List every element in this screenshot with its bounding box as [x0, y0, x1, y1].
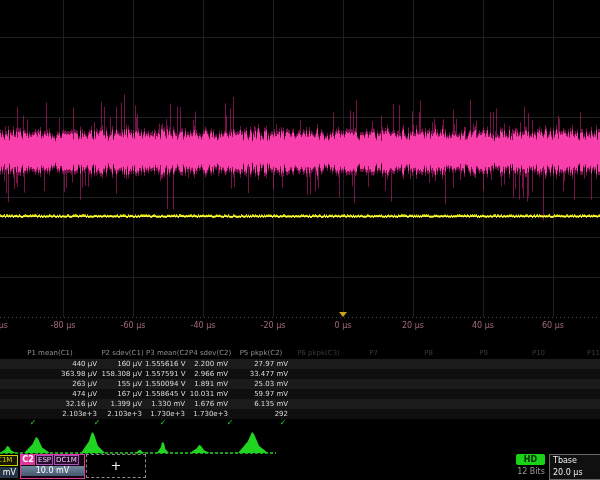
histogram-peak — [0, 446, 16, 453]
histogram-peak — [134, 450, 146, 453]
measure-value-cell — [566, 399, 600, 409]
c1-coupling-tag: DC1M — [0, 455, 18, 466]
measure-value-cell — [401, 379, 456, 389]
measure-table: P1 mean(C1)P2 sdev(C1)P3 mean(C2)P4 sdev… — [0, 346, 600, 419]
measure-value-cell: 32.16 µV — [0, 399, 100, 409]
measure-value-cell: 1.399 µV — [100, 399, 145, 409]
time-axis-label: 20 µs — [402, 321, 424, 330]
histogram-peak — [190, 445, 210, 453]
timebase-descriptor[interactable]: Tbase 20.0 µs — [549, 454, 600, 480]
histogram-peak — [157, 442, 169, 453]
measure-value-cell — [346, 359, 401, 369]
c2-esp-tag: ESP — [36, 455, 53, 465]
measure-value-cell: 158.308 µV — [100, 369, 145, 379]
measure-col-header-unused[interactable]: P7 — [346, 346, 401, 359]
c2-coupling-tag: DC1M — [54, 455, 79, 465]
measure-value-cell — [401, 389, 456, 399]
measure-col-header-unused[interactable]: P10 — [511, 346, 566, 359]
measure-value-cell — [511, 359, 566, 369]
measure-value-cell: 155 µV — [100, 379, 145, 389]
measure-value-cell — [291, 369, 346, 379]
measure-col-header[interactable]: P2 sdev(C1) — [100, 346, 145, 359]
measure-value-cell — [346, 389, 401, 399]
measure-status-ok-icon: ✓ — [227, 418, 234, 427]
oscilloscope-screen: { "top_badge": { "text": "", "color": "#… — [0, 0, 600, 480]
time-axis-label: -60 µs — [121, 321, 146, 330]
measure-value-cell — [511, 379, 566, 389]
measure-table-row: 263 µV155 µV1.550094 V1.891 mV25.03 mV — [0, 379, 600, 389]
timebase-value: 20.0 µs — [550, 467, 600, 478]
timebase-label: Tbase — [550, 455, 600, 467]
c2-scale-value: 10.0 mV — [21, 466, 84, 476]
measure-value-cell — [456, 369, 511, 379]
channel-c2-descriptor[interactable]: C2 ESP DC1M 10.0 mV — [20, 454, 85, 479]
channel-c1-descriptor[interactable]: DC1M 10.0 mV — [0, 455, 18, 479]
measure-value-cell: 25.03 mV — [231, 379, 291, 389]
add-trace-button[interactable]: + — [86, 454, 146, 478]
measure-status-ok-icon: ✓ — [30, 418, 37, 427]
measure-value-cell — [291, 359, 346, 369]
measure-status-ok-icon: ✓ — [94, 418, 101, 427]
time-axis-label: 40 µs — [472, 321, 494, 330]
measure-value-cell — [456, 359, 511, 369]
measure-col-header[interactable]: P5 pkpk(C2) — [231, 346, 291, 359]
measure-value-cell — [566, 389, 600, 399]
measure-value-cell: 10.031 mV — [188, 389, 231, 399]
measure-value-cell: 1.558645 V — [145, 389, 188, 399]
time-axis-label: 0 µs — [335, 321, 352, 330]
measure-col-header[interactable]: P3 mean(C2) — [145, 346, 188, 359]
measure-value-cell — [346, 369, 401, 379]
measure-value-cell — [511, 389, 566, 399]
measure-value-cell: 27.97 mV — [231, 359, 291, 369]
measure-value-cell: 440 µV — [0, 359, 100, 369]
measure-value-cell: 59.97 mV — [231, 389, 291, 399]
measure-value-cell — [456, 399, 511, 409]
measure-value-cell — [566, 379, 600, 389]
measure-status-ok-icon: ✓ — [160, 418, 167, 427]
measure-value-cell — [401, 399, 456, 409]
measure-value-cell — [511, 399, 566, 409]
measure-value-cell: 1.330 mV — [145, 399, 188, 409]
time-axis-label: -80 µs — [51, 321, 76, 330]
histogram-trace — [0, 427, 300, 456]
measure-table-row: 440 µV160 µV1.555616 V2.200 mV27.97 mV — [0, 359, 600, 369]
measure-value-cell: 263 µV — [0, 379, 100, 389]
measure-value-cell: 1.555616 V — [145, 359, 188, 369]
time-axis-label: -40 µs — [191, 321, 216, 330]
measure-table-row: 32.16 µV1.399 µV1.330 mV1.676 mV6.135 mV — [0, 399, 600, 409]
measure-col-header-unused[interactable]: P6 pkpk(C3) — [291, 346, 346, 359]
measure-col-header-unused[interactable]: P9 — [456, 346, 511, 359]
measure-value-cell: 33.477 mV — [231, 369, 291, 379]
measure-value-cell — [566, 359, 600, 369]
histogram-peak — [81, 432, 105, 453]
measure-table-row: 363.98 µV158.308 µV1.557591 V2.966 mV33.… — [0, 369, 600, 379]
measure-col-header[interactable]: P4 sdev(C2) — [188, 346, 231, 359]
resolution-bits-label: 12 Bits — [511, 467, 551, 476]
measure-status-ok-icon: ✓ — [280, 418, 287, 427]
measure-col-header[interactable]: P1 mean(C1) — [0, 346, 100, 359]
measure-value-cell: 6.135 mV — [231, 399, 291, 409]
measure-value-cell: 474 µV — [0, 389, 100, 399]
waveform-display-grid[interactable] — [0, 0, 600, 332]
measure-value-cell — [346, 379, 401, 389]
measure-value-cell — [291, 399, 346, 409]
measure-value-cell: 2.966 mV — [188, 369, 231, 379]
histogram-peak — [238, 432, 268, 453]
time-axis: -100 µs-80 µs-60 µs-40 µs-20 µs0 µs20 µs… — [0, 318, 600, 332]
measure-value-cell — [456, 389, 511, 399]
c2-channel-label: C2 — [21, 455, 35, 465]
measure-value-cell: 363.98 µV — [0, 369, 100, 379]
measure-table-grid: P1 mean(C1)P2 sdev(C1)P3 mean(C2)P4 sdev… — [0, 346, 600, 419]
measure-value-cell: 1.550094 V — [145, 379, 188, 389]
hd-mode-badge[interactable]: HD — [516, 454, 545, 465]
measure-value-cell — [291, 389, 346, 399]
trigger-time-marker-icon[interactable] — [339, 312, 347, 317]
measure-value-cell: 1.676 mV — [188, 399, 231, 409]
measure-value-cell — [401, 369, 456, 379]
histogram-peak — [24, 437, 50, 453]
measure-col-header-unused[interactable]: P11 — [566, 346, 600, 359]
measure-col-header-unused[interactable]: P8 — [401, 346, 456, 359]
measure-value-cell: 167 µV — [100, 389, 145, 399]
measure-value-cell: 2.200 mV — [188, 359, 231, 369]
c1-scale-value: 10.0 mV — [0, 467, 18, 478]
